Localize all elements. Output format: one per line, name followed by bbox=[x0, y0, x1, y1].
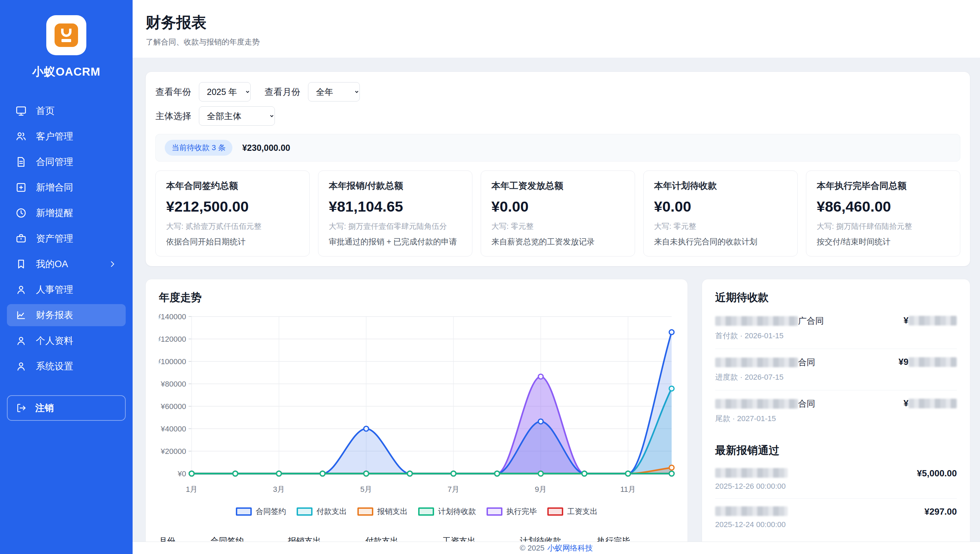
legend-item-执行完毕[interactable]: 执行完毕 bbox=[486, 506, 537, 517]
year-select[interactable]: 2025 年 bbox=[199, 82, 251, 102]
stat-card-title: 本年合同签约总额 bbox=[166, 180, 299, 192]
sidebar-item-finance-reports[interactable]: 财务报表 bbox=[7, 304, 126, 326]
filter-row-2: 主体选择 全部主体 bbox=[155, 106, 960, 126]
item-amount: ¥ bbox=[904, 398, 957, 409]
redacted-text bbox=[715, 399, 798, 409]
entity-select[interactable]: 全部主体 bbox=[199, 106, 275, 126]
main-area: 财务报表 了解合同、收款与报销的年度走势 查看年份 2025 年 查看月份 全年… bbox=[132, 0, 980, 554]
filter-row-1: 查看年份 2025 年 查看月份 全年 bbox=[155, 82, 960, 102]
year-filter-label: 查看年份 bbox=[155, 86, 191, 98]
list-item-side: ¥ bbox=[904, 315, 957, 326]
legend-item-计划待收款[interactable]: 计划待收款 bbox=[418, 506, 476, 517]
sidebar-item-home[interactable]: 首页 bbox=[7, 100, 126, 122]
content: 查看年份 2025 年 查看月份 全年 主体选择 全部主体 当前待收款 3 条 … bbox=[132, 57, 980, 541]
table-header-cell: 执行完毕 bbox=[597, 526, 674, 541]
list-item[interactable]: 合同进度款 · 2026-07-15¥9 bbox=[715, 349, 957, 390]
item-sub: 2025-12-26 00:00:00 bbox=[715, 482, 788, 491]
stat-card-note: 依据合同开始日期统计 bbox=[166, 236, 299, 247]
list-item[interactable]: 广合同首付款 · 2026-01-15¥ bbox=[715, 307, 957, 349]
legend-item-付款支出[interactable]: 付款支出 bbox=[296, 506, 347, 517]
user-icon bbox=[15, 335, 27, 347]
item-name: 合同 bbox=[715, 357, 815, 368]
sidebar-item-customers[interactable]: 客户管理 bbox=[7, 125, 126, 147]
right-panel: 近期待收款广合同首付款 · 2026-01-15¥合同进度款 · 2026-07… bbox=[702, 279, 970, 541]
list-item-main: 合同尾款 · 2027-01-15 bbox=[715, 398, 815, 424]
logo-icon bbox=[46, 15, 86, 55]
month-select[interactable]: 全年 bbox=[308, 82, 360, 102]
stat-card-note: 来自薪资总览的工资发放记录 bbox=[491, 236, 624, 247]
svg-text:7月: 7月 bbox=[448, 485, 459, 494]
pending-receivable-banner: 当前待收款 3 条 ¥230,000.00 bbox=[155, 134, 960, 162]
legend-item-报销支出[interactable]: 报销支出 bbox=[357, 506, 408, 517]
table-header-row: 月份合同签约报销支出付款支出工资支出计划待收款执行完毕 bbox=[159, 526, 674, 541]
stat-card: 本年执行完毕合同总额¥86,460.00大写: 捌万陆仟肆佰陆拾元整按交付/结束… bbox=[806, 170, 960, 256]
page-subtitle: 了解合同、收款与报销的年度走势 bbox=[146, 37, 980, 47]
section-title: 最新报销通过 bbox=[715, 443, 957, 458]
sidebar-item-label: 个人资料 bbox=[36, 334, 73, 347]
monthly-table: 月份合同签约报销支出付款支出工资支出计划待收款执行完毕1月¥0.00¥0.00¥… bbox=[159, 526, 674, 541]
sidebar-item-settings[interactable]: 系统设置 bbox=[7, 355, 126, 377]
sidebar-item-label: 合同管理 bbox=[36, 156, 73, 168]
pending-count-badge: 当前待收款 3 条 bbox=[165, 140, 233, 156]
svg-text:1月: 1月 bbox=[186, 485, 198, 494]
logout-button[interactable]: 注销 bbox=[7, 395, 126, 421]
sidebar-item-assets[interactable]: 资产管理 bbox=[7, 228, 126, 250]
user-icon bbox=[15, 284, 27, 296]
list-item-side: ¥9 bbox=[899, 357, 957, 367]
annual-trend-chart[interactable]: ¥0¥20000¥40000¥60000¥80000¥100000¥120000… bbox=[159, 310, 674, 504]
list-item-side: ¥5,000.00 bbox=[917, 468, 957, 479]
app-root: 小蚁OACRM 首页客户管理合同管理新增合同新增提醒资产管理我的OA人事管理财务… bbox=[0, 0, 980, 554]
redacted-text bbox=[715, 506, 788, 516]
sidebar-item-new-contract[interactable]: 新增合同 bbox=[7, 177, 126, 199]
sidebar-item-label: 新增提醒 bbox=[36, 207, 73, 219]
legend-label: 付款支出 bbox=[317, 506, 347, 517]
sidebar-item-my-oa[interactable]: 我的OA bbox=[7, 253, 126, 275]
company-link[interactable]: 小蚁网络科技 bbox=[547, 543, 593, 553]
legend-label: 报销支出 bbox=[378, 506, 408, 517]
stat-card: 本年合同签约总额¥212,500.00大写: 贰拾壹万贰仟伍佰元整依据合同开始日… bbox=[155, 170, 310, 256]
stat-card-caps: 大写: 零元整 bbox=[654, 221, 787, 232]
list-item[interactable]: 2025-12-26 00:00:00¥5,000.00 bbox=[715, 460, 957, 499]
logo-u-shape bbox=[61, 29, 72, 37]
table-header-cell: 报销支出 bbox=[288, 526, 365, 541]
sidebar-item-profile[interactable]: 个人资料 bbox=[7, 330, 126, 352]
sidebar-item-new-reminder[interactable]: 新增提醒 bbox=[7, 202, 126, 224]
item-amount: ¥9 bbox=[899, 357, 957, 367]
sidebar-item-label: 客户管理 bbox=[36, 130, 73, 143]
list-item[interactable]: 2025-12-24 00:00:00¥297.00 bbox=[715, 499, 957, 537]
sidebar-item-contracts[interactable]: 合同管理 bbox=[7, 151, 126, 173]
briefcase-icon bbox=[15, 232, 27, 244]
stat-card-title: 本年报销/付款总额 bbox=[329, 180, 462, 192]
legend-item-工资支出[interactable]: 工资支出 bbox=[547, 506, 598, 517]
list-item-side: ¥ bbox=[904, 398, 957, 409]
stat-card-caps: 大写: 捌万陆仟肆佰陆拾元整 bbox=[817, 221, 950, 232]
table-header-cell: 工资支出 bbox=[442, 526, 520, 541]
item-name bbox=[715, 506, 788, 516]
plus-square-icon bbox=[15, 181, 27, 193]
stat-card-value: ¥0.00 bbox=[491, 198, 624, 215]
stat-card-caps: 大写: 捌万壹仟壹佰零肆元陆角伍分 bbox=[329, 221, 462, 232]
list-item-main: 合同进度款 · 2026-07-15 bbox=[715, 357, 815, 382]
section-recent-receivables: 近期待收款广合同首付款 · 2026-01-15¥合同进度款 · 2026-07… bbox=[715, 290, 957, 431]
svg-text:¥20000: ¥20000 bbox=[161, 447, 186, 455]
stat-cards-row: 本年合同签约总额¥212,500.00大写: 贰拾壹万贰仟伍佰元整依据合同开始日… bbox=[155, 170, 960, 256]
list-item-main: 广合同首付款 · 2026-01-15 bbox=[715, 315, 824, 341]
chart-title: 年度走势 bbox=[159, 290, 674, 305]
chart-card: 年度走势 ¥0¥20000¥40000¥60000¥80000¥100000¥1… bbox=[145, 279, 688, 541]
sidebar-item-label: 人事管理 bbox=[36, 283, 73, 296]
chart-legend: 合同签约付款支出报销支出计划待收款执行完毕工资支出 bbox=[159, 506, 674, 517]
stat-card-value: ¥86,460.00 bbox=[817, 198, 950, 215]
stat-card-title: 本年执行完毕合同总额 bbox=[817, 180, 950, 192]
legend-swatch bbox=[486, 508, 502, 516]
item-sub: 首付款 · 2026-01-15 bbox=[715, 331, 824, 341]
monitor-icon bbox=[15, 105, 27, 117]
redacted-text bbox=[715, 468, 788, 478]
bottom-row: 年度走势 ¥0¥20000¥40000¥60000¥80000¥100000¥1… bbox=[145, 279, 970, 541]
svg-text:¥140000: ¥140000 bbox=[159, 312, 186, 321]
copyright-text: © 2025 bbox=[520, 544, 544, 552]
sidebar-item-hr[interactable]: 人事管理 bbox=[7, 279, 126, 301]
svg-text:9月: 9月 bbox=[535, 485, 547, 494]
list-item[interactable]: 合同尾款 · 2027-01-15¥ bbox=[715, 390, 957, 431]
table-header-cell: 付款支出 bbox=[365, 526, 443, 541]
legend-item-合同签约[interactable]: 合同签约 bbox=[236, 506, 286, 517]
